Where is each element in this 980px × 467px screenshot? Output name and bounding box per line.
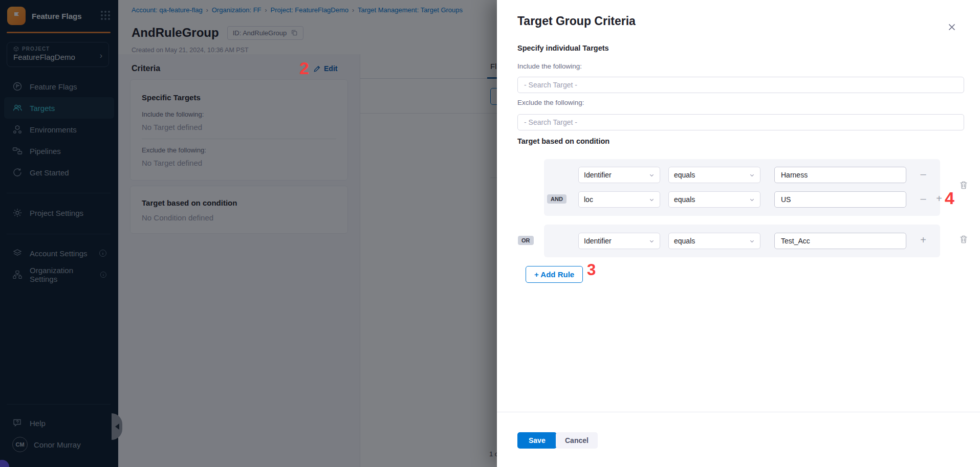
remove-clause-button[interactable]: – <box>918 193 929 205</box>
specify-targets-heading: Specify individual Targets <box>517 44 609 52</box>
close-icon[interactable] <box>946 21 957 33</box>
or-badge: OR <box>518 236 534 245</box>
annotation-4: 4 <box>945 188 954 208</box>
footer-divider <box>497 412 980 412</box>
operator-value: equals <box>674 195 695 204</box>
save-button[interactable]: Save <box>517 432 557 449</box>
annotation-3: 3 <box>587 261 596 279</box>
trash-icon[interactable] <box>959 180 968 190</box>
attribute-select[interactable]: loc <box>578 191 660 208</box>
rule-value-input[interactable] <box>774 191 906 208</box>
operator-value: equals <box>674 237 695 245</box>
operator-select[interactable]: equals <box>668 191 760 208</box>
attribute-select[interactable]: Identifier <box>578 233 660 249</box>
condition-heading: Target based on condition <box>517 137 609 145</box>
add-clause-button[interactable]: + <box>918 235 929 246</box>
remove-clause-button[interactable]: – <box>918 169 929 180</box>
operator-select[interactable]: equals <box>668 167 760 183</box>
chevron-down-icon <box>749 172 755 178</box>
trash-icon[interactable] <box>959 234 968 244</box>
chevron-down-icon <box>649 172 655 178</box>
operator-value: equals <box>674 171 695 179</box>
chevron-down-icon <box>749 197 755 203</box>
exclude-target-search-input[interactable] <box>517 114 964 130</box>
rule-value-input[interactable] <box>774 233 906 249</box>
drawer-title: Target Group Criteria <box>517 14 636 28</box>
exclude-label: Exclude the following: <box>517 99 584 106</box>
include-target-search-input[interactable] <box>517 77 964 93</box>
attribute-value: loc <box>584 195 593 204</box>
attribute-select[interactable]: Identifier <box>578 167 660 183</box>
chevron-down-icon <box>649 197 655 203</box>
chevron-down-icon <box>649 238 655 244</box>
add-clause-button[interactable]: + <box>933 193 945 205</box>
operator-select[interactable]: equals <box>668 233 760 249</box>
screen: Feature Flags PROJECT FeatureFlagDemo › … <box>0 0 980 467</box>
cancel-button[interactable]: Cancel <box>556 432 598 449</box>
rule-value-input[interactable] <box>774 167 906 183</box>
annotation-2: 2 <box>299 58 309 78</box>
target-group-criteria-drawer: Target Group Criteria Specify individual… <box>497 0 980 467</box>
and-badge: AND <box>547 194 567 204</box>
chevron-down-icon <box>749 238 755 244</box>
add-rule-button[interactable]: + Add Rule <box>526 266 583 283</box>
include-label: Include the following: <box>517 62 582 70</box>
attribute-value: Identifier <box>584 237 612 245</box>
attribute-value: Identifier <box>584 171 612 179</box>
